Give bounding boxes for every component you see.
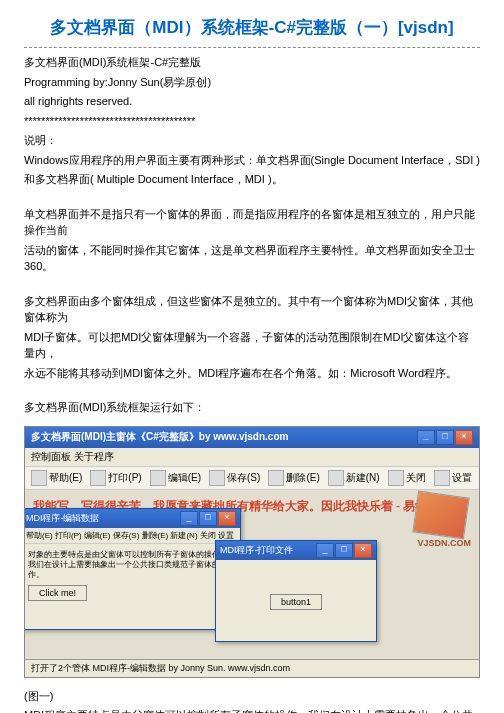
para-single-2: 活动的窗体，不能同时操作其它窗体，这是单文档界面程序主要特性。单文档界面如安全卫… (24, 242, 480, 275)
para-mdi-1: 多文档界面由多个窗体组成，但这些窗体不是独立的。其中有一个窗体称为MDI父窗体，… (24, 293, 480, 326)
para-mdi-3: 永远不能将其移动到MDI窗体之外。MDI程序遍布在各个角落。如：Microsof… (24, 365, 480, 382)
minimize-icon[interactable]: _ (417, 430, 435, 445)
body-para-1: MDI程序主要特点是由父窗体可以控制所有子窗体的操作。我们在设计上需要抽象出一个… (24, 707, 480, 713)
para-sdi-2: 和多文档界面( Multiple Document Interface，MDI … (24, 171, 480, 188)
child1-toolbar: 帮助(E) 打印(P) 编辑(E) 保存(S) 删除(E) 新建(N) 关闭 设… (24, 528, 240, 544)
child2-title: MDI程序-打印文件 (220, 544, 294, 557)
app-screenshot: 多文档界面(MDI)主窗体《C#完整版》by www.vjsdn.com _ □… (24, 426, 480, 678)
stars-divider: **************************************** (24, 113, 480, 130)
para-run-as: 多文档界面(MDI)系统框架运行如下： (24, 399, 480, 416)
main-title-text: 多文档界面(MDI)主窗体《C#完整版》by www.vjsdn.com (31, 430, 288, 444)
heading-text: 多文档界面(MDI)系统框架-C#完整版 (24, 54, 480, 71)
tb-print[interactable]: 打印(P) (90, 470, 141, 486)
maximize-icon[interactable]: □ (436, 430, 454, 445)
statusbar: 打开了2个管体 MDI程序-编辑数据 by Jonny Sun. www.vjs… (25, 659, 479, 677)
child1-max-icon[interactable]: □ (199, 511, 217, 526)
figure-caption: (图一) (24, 688, 480, 705)
child2-max-icon[interactable]: □ (335, 543, 353, 558)
logo-icon (412, 490, 469, 539)
child-window-print[interactable]: MDI程序-打印文件 _ □ × button1 (215, 540, 377, 642)
menubar[interactable]: 控制面板 关于程序 (25, 448, 479, 467)
para-sdi-1: Windows应用程序的用户界面主要有两种形式：单文档界面(Single Doc… (24, 152, 480, 169)
tb-help[interactable]: 帮助(E) (31, 470, 82, 486)
para-mdi-2: MDI子窗体。可以把MDI父窗体理解为一个容器，子窗体的活动范围限制在MDI父窗… (24, 329, 480, 362)
tb-settings[interactable]: 设置 (434, 470, 472, 486)
window-controls: _ □ × (417, 430, 473, 445)
child1-text: 对象的主要特点是由父窗体可以控制所有子窗体的操作。我们在设计上需要抽象出一个公共… (28, 550, 234, 581)
child1-close-icon[interactable]: × (218, 511, 236, 526)
para-single-1: 单文档界面并不是指只有一个窗体的界面，而是指应用程序的各窗体是相互独立的，用户只… (24, 206, 480, 239)
child1-min-icon[interactable]: _ (180, 511, 198, 526)
programming-by: Programming by:Jonny Sun(易学原创) (24, 74, 480, 91)
button1-button[interactable]: button1 (270, 594, 322, 610)
shuoming-label: 说明： (24, 132, 480, 149)
child2-close-icon[interactable]: × (354, 543, 372, 558)
toolbar: 帮助(E) 打印(P) 编辑(E) 保存(S) 删除(E) 新建(N) 关闭 设… (25, 467, 479, 490)
click-me-button[interactable]: Click me! (28, 585, 87, 601)
tb-new[interactable]: 新建(N) (328, 470, 380, 486)
close-icon[interactable]: × (455, 430, 473, 445)
tb-save[interactable]: 保存(S) (209, 470, 260, 486)
tb-delete[interactable]: 删除(E) (268, 470, 319, 486)
tb-edit[interactable]: 编辑(E) (150, 470, 201, 486)
child2-min-icon[interactable]: _ (316, 543, 334, 558)
rights-reserved: all righrights reserved. (24, 93, 480, 110)
child1-title: MDI程序-编辑数据 (26, 512, 100, 525)
hr-top (24, 47, 480, 48)
tb-close[interactable]: 关闭 (388, 470, 426, 486)
mdi-client-area: 我能写，写得很辛苦，我愿意来藏拙所有精华给大家。因此我快乐着 - 易学原创 VJ… (25, 490, 479, 666)
logo-text: VJSDN.COM (417, 538, 471, 548)
child-window-edit[interactable]: MDI程序-编辑数据 _ □ × 帮助(E) 打印(P) 编辑(E) 保存(S)… (24, 508, 241, 630)
page-title: 多文档界面（MDI）系统框架-C#完整版（一）[vjsdn] (24, 16, 480, 39)
main-titlebar: 多文档界面(MDI)主窗体《C#完整版》by www.vjsdn.com _ □… (25, 427, 479, 448)
